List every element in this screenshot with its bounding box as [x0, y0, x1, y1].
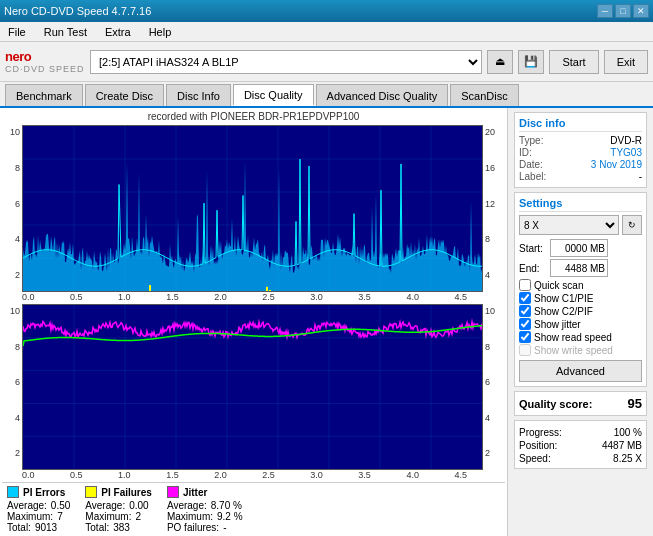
x1-30: 3.0: [310, 292, 323, 302]
show-write-speed-checkbox[interactable]: [519, 344, 531, 356]
start-input[interactable]: [550, 239, 608, 257]
close-button[interactable]: ✕: [633, 4, 649, 18]
menu-run-test[interactable]: Run Test: [40, 24, 91, 40]
y2r-label-10: 10: [485, 306, 495, 316]
disc-date-row: Date: 3 Nov 2019: [519, 159, 642, 170]
drive-select[interactable]: [2:5] ATAPI iHAS324 A BL1P: [90, 50, 482, 74]
progress-rows: Progress: 100 % Position: 4487 MB Speed:…: [519, 427, 642, 464]
x2-15: 1.5: [166, 470, 179, 480]
x1-0: 0.0: [22, 292, 35, 302]
progress-value: 100 %: [614, 427, 642, 438]
pi-errors-total-value: 9013: [35, 522, 57, 533]
quick-scan-label: Quick scan: [534, 280, 583, 291]
disc-label-label: Label:: [519, 171, 546, 182]
pi-failures-max-value: 2: [135, 511, 141, 522]
show-write-speed-label: Show write speed: [534, 345, 613, 356]
pi-errors-color: [7, 486, 19, 498]
disc-id-value: TYG03: [610, 147, 642, 158]
x2-05: 0.5: [70, 470, 83, 480]
show-jitter-checkbox[interactable]: [519, 318, 531, 330]
show-write-speed-row: Show write speed: [519, 344, 642, 356]
menu-file[interactable]: File: [4, 24, 30, 40]
disc-date-label: Date:: [519, 159, 543, 170]
x2-45: 4.5: [454, 470, 467, 480]
show-c2-label: Show C2/PIF: [534, 306, 593, 317]
speed-refresh-button[interactable]: ↻: [622, 215, 642, 235]
legend-jitter: Jitter Average:8.70 % Maximum:9.2 % PO f…: [167, 486, 243, 533]
y1-label-2: 2: [15, 270, 20, 280]
x1-35: 3.5: [358, 292, 371, 302]
speed-value: 8.25 X: [613, 453, 642, 464]
pi-errors-label: PI Errors: [23, 487, 65, 498]
disc-date-value: 3 Nov 2019: [591, 159, 642, 170]
progress-position-row: Position: 4487 MB: [519, 440, 642, 451]
progress-speed-row: Speed: 8.25 X: [519, 453, 642, 464]
exit-button[interactable]: Exit: [604, 50, 648, 74]
pi-failures-avg-value: 0.00: [129, 500, 148, 511]
show-read-speed-checkbox[interactable]: [519, 331, 531, 343]
y2-label-4: 4: [15, 413, 20, 423]
pi-errors-total-label: Total:: [7, 522, 31, 533]
tab-disc-info[interactable]: Disc Info: [166, 84, 231, 106]
end-label: End:: [519, 263, 547, 274]
nero-logo: nero CD·DVD SPEED: [5, 49, 85, 74]
title-bar: Nero CD-DVD Speed 4.7.7.16 ─ □ ✕: [0, 0, 653, 22]
start-button[interactable]: Start: [549, 50, 598, 74]
tab-benchmark[interactable]: Benchmark: [5, 84, 83, 106]
pie-chart: [23, 126, 482, 291]
quality-label: Quality score:: [519, 398, 592, 410]
pi-failures-label: PI Failures: [101, 487, 152, 498]
chart-header: recorded with PIONEER BDR-PR1EPDVPP100: [2, 110, 505, 123]
x1-25: 2.5: [262, 292, 275, 302]
jitter-po-value: -: [223, 522, 226, 533]
quick-scan-checkbox[interactable]: [519, 279, 531, 291]
y2r-label-6: 6: [485, 377, 490, 387]
pi-errors-avg-value: 0.50: [51, 500, 70, 511]
y1-label-10: 10: [10, 127, 20, 137]
disc-id-label: ID:: [519, 147, 532, 158]
eject-icon[interactable]: ⏏: [487, 50, 513, 74]
main-content: recorded with PIONEER BDR-PR1EPDVPP100 1…: [0, 108, 653, 536]
y1r-label-12: 12: [485, 199, 495, 209]
jitter-po-label: PO failures:: [167, 522, 219, 533]
tab-bar: Benchmark Create Disc Disc Info Disc Qua…: [0, 82, 653, 108]
maximize-button[interactable]: □: [615, 4, 631, 18]
show-c1-checkbox[interactable]: [519, 292, 531, 304]
chart-area: recorded with PIONEER BDR-PR1EPDVPP100 1…: [0, 108, 508, 536]
jitter-avg-label: Average:: [167, 500, 207, 511]
menu-help[interactable]: Help: [145, 24, 176, 40]
tab-advanced-disc-quality[interactable]: Advanced Disc Quality: [316, 84, 449, 106]
save-icon[interactable]: 💾: [518, 50, 544, 74]
minimize-button[interactable]: ─: [597, 4, 613, 18]
show-read-speed-label: Show read speed: [534, 332, 612, 343]
x1-10: 1.0: [118, 292, 131, 302]
x2-30: 3.0: [310, 470, 323, 480]
x1-45: 4.5: [454, 292, 467, 302]
end-input[interactable]: [550, 259, 608, 277]
x1-40: 4.0: [406, 292, 419, 302]
jitter-chart: [23, 305, 482, 469]
pi-failures-max-label: Maximum:: [85, 511, 131, 522]
y2-label-8: 8: [15, 342, 20, 352]
menu-extra[interactable]: Extra: [101, 24, 135, 40]
progress-section: Progress: 100 % Position: 4487 MB Speed:…: [514, 420, 647, 469]
tab-scan-disc[interactable]: ScanDisc: [450, 84, 518, 106]
legend: PI Errors Average:0.50 Maximum:7 Total:9…: [2, 482, 505, 536]
nero-logo-top: nero: [5, 49, 85, 64]
x2-35: 3.5: [358, 470, 371, 480]
title-bar-text: Nero CD-DVD Speed 4.7.7.16: [4, 5, 151, 17]
x1-05: 0.5: [70, 292, 83, 302]
y1-label-4: 4: [15, 234, 20, 244]
tab-create-disc[interactable]: Create Disc: [85, 84, 164, 106]
disc-info-title: Disc info: [519, 117, 642, 132]
show-c2-checkbox[interactable]: [519, 305, 531, 317]
disc-type-value: DVD-R: [610, 135, 642, 146]
speed-select[interactable]: 8 X: [519, 215, 619, 235]
speed-label: Speed:: [519, 453, 551, 464]
start-mb-row: Start:: [519, 239, 642, 257]
advanced-button[interactable]: Advanced: [519, 360, 642, 382]
end-mb-row: End:: [519, 259, 642, 277]
show-c2-row: Show C2/PIF: [519, 305, 642, 317]
tab-disc-quality[interactable]: Disc Quality: [233, 84, 314, 106]
y1r-label-4: 4: [485, 270, 490, 280]
